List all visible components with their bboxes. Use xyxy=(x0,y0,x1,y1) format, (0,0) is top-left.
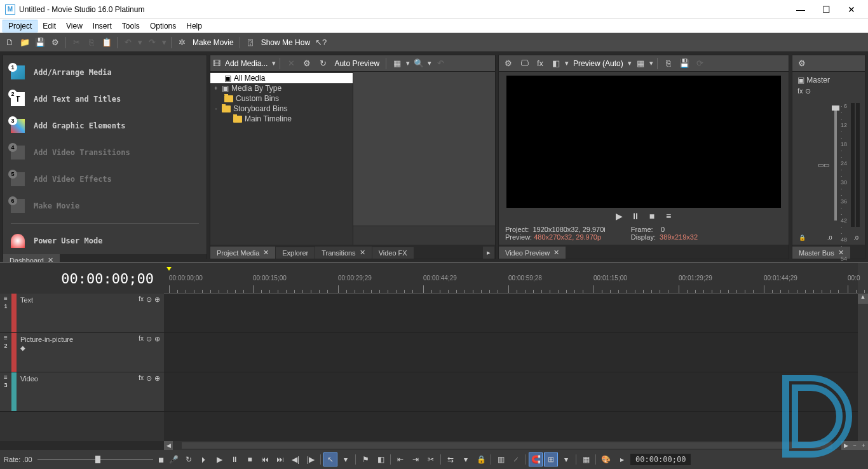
tab-explorer[interactable]: Explorer xyxy=(276,247,315,259)
record-button[interactable]: 🎤 xyxy=(166,452,180,466)
dash-add-effects[interactable]: 5 Add Video Effects xyxy=(3,166,207,193)
close-icon[interactable]: ✕ xyxy=(263,248,269,257)
back-icon[interactable]: ↶ xyxy=(433,57,447,71)
recapture-icon[interactable]: ⟳ xyxy=(693,57,707,71)
copy-snapshot-icon[interactable]: ⎘ xyxy=(661,57,675,71)
minimize-button[interactable]: — xyxy=(794,4,807,15)
view-mode-button[interactable]: ▦ xyxy=(390,57,404,71)
close-button[interactable]: ✕ xyxy=(845,4,858,15)
trim-start-button[interactable]: ⇤ xyxy=(393,452,407,466)
play-button[interactable]: ▶ xyxy=(613,210,625,222)
tree-storyboard-bins[interactable]: -Storyboard Bins xyxy=(210,104,353,114)
tab-overflow[interactable]: ▸ xyxy=(483,247,494,259)
timecode-display[interactable]: 00:00:00;00 xyxy=(0,263,164,294)
add-marker-button[interactable]: ⚑ xyxy=(358,452,372,466)
media-tree[interactable]: ▣All Media +▣Media By Type Custom Bins -… xyxy=(210,72,353,245)
tab-video-preview[interactable]: Video Preview✕ xyxy=(499,247,566,259)
normal-edit-tool-button[interactable]: ↖ xyxy=(323,452,337,466)
auto-preview-button[interactable]: Auto Preview xyxy=(332,59,382,68)
snap-dropdown[interactable]: ▾ xyxy=(559,452,573,466)
track-fx-icon[interactable]: fx xyxy=(139,374,144,383)
dash-make-movie[interactable]: 6 Make Movie xyxy=(3,193,207,219)
auto-crossfade-button[interactable]: ⟋ xyxy=(509,452,523,466)
track-more-icon[interactable]: ⊕ xyxy=(154,296,160,304)
tab-transitions[interactable]: Transitions✕ xyxy=(315,247,371,259)
open-button[interactable]: 📁 xyxy=(18,36,32,50)
close-icon[interactable]: ✕ xyxy=(553,248,559,257)
fx-icon[interactable]: fx xyxy=(533,57,547,71)
rate-slider[interactable] xyxy=(37,459,153,460)
scroll-up-button[interactable]: ▲ xyxy=(858,294,868,304)
track-menu-icon[interactable]: ≡ xyxy=(4,295,8,302)
menu-options[interactable]: Options xyxy=(145,20,181,32)
track-header[interactable]: ≡ 1 Text fx ⊙ ⊕ xyxy=(0,294,164,333)
what-is-this-button[interactable]: ↖? xyxy=(314,36,328,50)
loop-button[interactable]: ↻ xyxy=(182,452,196,466)
menu-project[interactable]: Project xyxy=(3,20,37,32)
tree-custom-bins[interactable]: Custom Bins xyxy=(210,93,353,104)
menu-view[interactable]: View xyxy=(61,20,88,32)
tool-dropdown[interactable]: ▾ xyxy=(339,452,353,466)
fader[interactable] xyxy=(834,109,837,221)
stop-button[interactable]: ■ xyxy=(646,210,658,222)
color-picker-button[interactable]: 🎨 xyxy=(599,452,613,466)
go-start-button[interactable]: ⏮ xyxy=(258,452,272,466)
dash-add-graphics[interactable]: 3 Add Graphic Elements xyxy=(3,112,207,139)
track-fx-icon[interactable]: fx xyxy=(139,335,144,343)
track-content-area[interactable] xyxy=(164,294,858,441)
lock-envelopes-button[interactable]: 🔒 xyxy=(474,452,488,466)
track-fx-icon[interactable]: fx xyxy=(139,296,144,304)
play-start-button[interactable]: ⏵ xyxy=(197,452,211,466)
redo-dropdown[interactable]: ▾ xyxy=(160,36,168,50)
menu-edit[interactable]: Edit xyxy=(37,20,61,32)
remove-media-button[interactable]: ✕ xyxy=(284,57,298,71)
master-fx-icon[interactable]: fx ⊙ xyxy=(795,86,862,97)
track-more-icon[interactable]: ⊕ xyxy=(154,335,160,343)
tree-main-timeline[interactable]: Main Timeline xyxy=(210,114,353,124)
properties-button[interactable]: ⚙ xyxy=(48,36,62,50)
track-name[interactable]: Video xyxy=(20,375,38,383)
media-properties-button[interactable]: ⚙ xyxy=(300,57,314,71)
track-menu-icon[interactable]: ≡ xyxy=(4,334,8,341)
go-end-button[interactable]: ⏭ xyxy=(273,452,287,466)
track-header[interactable]: ≡ 2 Picture-in-picture fx ⊙ ⊕ ◆ xyxy=(0,333,164,372)
tab-video-fx[interactable]: Video FX xyxy=(372,247,414,259)
dropdown-icon[interactable]: ▾ xyxy=(272,59,276,67)
vertical-scrollbar[interactable]: ▲ xyxy=(858,294,868,441)
preview-quality-button[interactable]: Preview (Auto) xyxy=(571,59,626,68)
snap-button[interactable]: 🧲 xyxy=(529,452,543,466)
tree-all-media[interactable]: ▣All Media xyxy=(210,73,353,83)
track-menu-icon[interactable]: ≡ xyxy=(4,374,8,381)
track-name[interactable]: Picture-in-picture xyxy=(20,336,73,343)
auto-ripple-button[interactable]: ⇆ xyxy=(444,452,458,466)
dropdown-icon[interactable]: ▾ xyxy=(406,59,410,67)
dash-add-text[interactable]: T2 Add Text and Titles xyxy=(3,86,207,112)
track-automation-icon[interactable]: ⊙ xyxy=(146,296,152,304)
refresh-icon[interactable]: ↻ xyxy=(316,57,330,71)
dropdown-icon[interactable]: ▾ xyxy=(428,59,431,67)
pause-button[interactable]: ⏸ xyxy=(227,452,241,466)
save-button[interactable]: 💾 xyxy=(33,36,47,50)
track-name[interactable]: Text xyxy=(20,296,33,304)
dash-power-user[interactable]: Power User Mode xyxy=(3,228,207,254)
track-lane[interactable] xyxy=(164,294,858,333)
close-icon[interactable]: ✕ xyxy=(360,248,365,257)
menu-tools[interactable]: Tools xyxy=(117,20,145,32)
track-header[interactable]: ≡ 3 Video fx ⊙ ⊕ xyxy=(0,372,164,412)
undo-button[interactable]: ↶ xyxy=(121,36,135,50)
save-snapshot-icon[interactable]: 💾 xyxy=(677,57,691,71)
overlays-icon[interactable]: ▦ xyxy=(634,57,648,71)
collapse-icon[interactable]: - xyxy=(213,105,219,112)
lock-icon[interactable]: 🔒 xyxy=(799,234,806,241)
track-lane[interactable] xyxy=(164,333,858,372)
track-automation-icon[interactable]: ⊙ xyxy=(146,374,152,383)
tree-media-by-type[interactable]: +▣Media By Type xyxy=(210,83,353,93)
timecode-mode-icon[interactable]: ▸ xyxy=(615,452,629,466)
play-button[interactable]: ▶ xyxy=(212,452,226,466)
prev-frame-button[interactable]: ◀| xyxy=(288,452,302,466)
dash-add-media[interactable]: 1 Add/Arrange Media xyxy=(3,59,207,86)
maximize-button[interactable]: ☐ xyxy=(820,4,832,15)
zoom-out-button[interactable]: − xyxy=(850,441,859,450)
cut-button[interactable]: ✂ xyxy=(69,36,83,50)
dash-add-transitions[interactable]: 4 Add Video Transitions xyxy=(3,139,207,166)
